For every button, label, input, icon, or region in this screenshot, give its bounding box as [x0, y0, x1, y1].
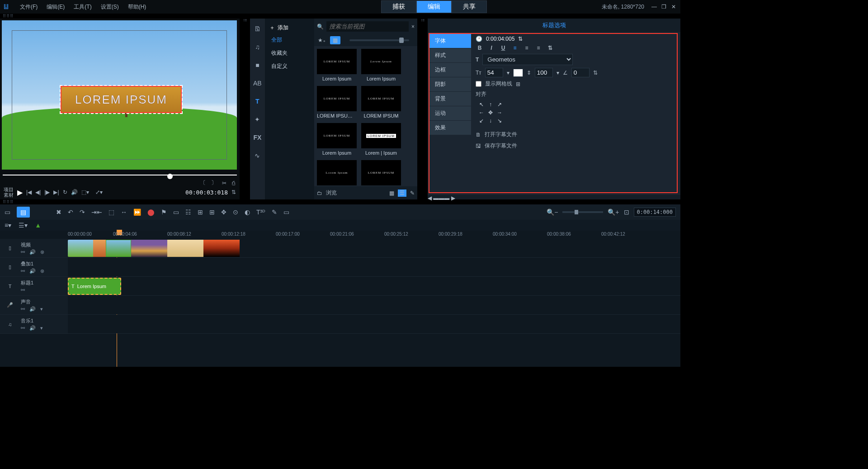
speed-icon[interactable]: ⏩: [133, 208, 141, 216]
align-mr[interactable]: →: [495, 109, 504, 116]
h-scrollbar[interactable]: ◀ ▬▬▬ ▶: [428, 195, 680, 199]
tab-motion[interactable]: 运动: [429, 106, 471, 121]
multicam-icon[interactable]: ⊞: [198, 208, 203, 216]
go-end-icon[interactable]: ▶|: [53, 189, 59, 195]
storyboard-icon[interactable]: ▭: [5, 208, 10, 216]
mute-icon[interactable]: 🔊: [29, 249, 36, 255]
menu-file[interactable]: 文件(F): [15, 3, 42, 11]
title-preset[interactable]: LOREM IPSUMLorem Ipsum: [317, 49, 357, 83]
maximize-icon[interactable]: ❐: [661, 4, 668, 10]
tools-icon[interactable]: ✖: [56, 208, 61, 216]
link-icon[interactable]: ⚯: [21, 287, 25, 293]
zoom-in-icon[interactable]: 🔍+: [608, 208, 619, 216]
fx-icon[interactable]: FX: [252, 133, 262, 142]
go-start-icon[interactable]: |◀: [26, 189, 32, 195]
screen-rec-icon[interactable]: ▭: [283, 208, 289, 216]
title-preset[interactable]: LOREM IPSUMLOREM IPSUM: [361, 86, 401, 120]
zoom-slider[interactable]: [562, 211, 603, 213]
audio-icon[interactable]: ♫: [252, 42, 262, 52]
nav-favorites[interactable]: 收藏夹: [265, 47, 314, 60]
title-preset[interactable]: Lorem IpsumLorem Ipsum: [361, 49, 401, 83]
transition-icon[interactable]: ■: [252, 60, 262, 70]
tab-border[interactable]: 边框: [429, 63, 471, 77]
tab-font[interactable]: 字体: [429, 34, 471, 48]
duration-field[interactable]: 0:00:04:005: [486, 36, 514, 42]
undo-icon[interactable]: ↶: [68, 208, 73, 216]
clear-search-icon[interactable]: ×: [411, 24, 415, 30]
line-spacing-input[interactable]: [535, 68, 553, 77]
align-mc[interactable]: ✥: [486, 109, 495, 116]
tab-effects[interactable]: 效果: [429, 121, 471, 135]
title-bounding-box[interactable]: LOREM IPSUM: [61, 86, 182, 113]
chapter-icon[interactable]: ▭: [173, 208, 179, 216]
title-clip[interactable]: T Lorem Ipsum: [68, 278, 121, 295]
expand-icon[interactable]: ▲: [35, 222, 41, 229]
view-small-icon[interactable]: ▦: [389, 190, 394, 196]
preview-timecode[interactable]: 00:00:03:018: [185, 189, 228, 196]
panel-grip[interactable]: ⠿⠿⠿: [0, 14, 680, 19]
play-button[interactable]: ▶: [17, 188, 23, 197]
align-br[interactable]: ↘: [495, 117, 504, 124]
align-bl[interactable]: ↙: [477, 117, 486, 124]
lock-icon[interactable]: ⊗: [40, 268, 44, 274]
thumb-size-slider[interactable]: [349, 39, 409, 41]
align-right-icon[interactable]: ≡: [534, 45, 542, 51]
title-preset[interactable]: LOREM IPSUMLorem Ipsum: [317, 123, 357, 157]
3d-title-icon[interactable]: T³ᴰ: [256, 208, 265, 216]
trim-icon[interactable]: ⇥⇤: [91, 208, 102, 216]
dropdown-icon[interactable]: ▾: [557, 70, 559, 76]
grid-view-icon[interactable]: ▦: [330, 36, 340, 44]
path-icon[interactable]: ∿: [252, 151, 262, 161]
explorer-icon[interactable]: 🗀: [317, 190, 322, 196]
snapshot-icon[interactable]: ⎙: [232, 180, 235, 186]
motion-track-icon[interactable]: ⊙: [233, 208, 238, 216]
redo-icon[interactable]: ↷: [80, 208, 85, 216]
overlay-icon[interactable]: ✦: [252, 114, 262, 124]
font-color-swatch[interactable]: [513, 69, 523, 77]
tab-style[interactable]: 样式: [429, 48, 471, 63]
mark-out-icon[interactable]: 〕: [211, 179, 217, 187]
tab-shadow[interactable]: 阴影: [429, 77, 471, 92]
browse-button[interactable]: 浏览: [326, 189, 337, 197]
search-input[interactable]: [326, 21, 409, 32]
video-clip[interactable]: [68, 240, 244, 257]
dropdown-icon[interactable]: ▾: [507, 70, 509, 76]
underline-button[interactable]: U: [499, 45, 507, 51]
paint-icon[interactable]: ✎: [272, 208, 277, 216]
link-icon[interactable]: ⚯: [21, 268, 25, 274]
title-preset[interactable]: LOREM IPSUMLOREM IPSUM ...: [317, 86, 357, 120]
font-select[interactable]: Geometos: [482, 54, 573, 65]
align-bc[interactable]: ↓: [486, 117, 495, 124]
italic-button[interactable]: I: [487, 45, 495, 51]
track-options-icon[interactable]: ☰▾: [19, 222, 28, 229]
split-icon[interactable]: ✂: [222, 180, 226, 186]
font-size-input[interactable]: [485, 68, 503, 77]
mark-in-icon[interactable]: 〔: [200, 179, 206, 187]
crop-icon[interactable]: ⬚: [108, 208, 114, 216]
tab-share[interactable]: 共享: [452, 0, 487, 13]
mask-icon[interactable]: ◐: [245, 208, 250, 216]
expand-icon[interactable]: ▾: [40, 325, 43, 331]
tc-spinner-icon[interactable]: ⇅: [231, 189, 236, 195]
close-icon[interactable]: ✕: [671, 4, 678, 10]
menu-tools[interactable]: 工具(T): [69, 3, 96, 11]
expand-icon[interactable]: ▾: [40, 306, 43, 312]
subtitle-icon[interactable]: ☷: [185, 208, 191, 216]
source-project-toggle[interactable]: 项目 素材: [4, 187, 14, 198]
marker-icon[interactable]: ⚑: [161, 208, 167, 216]
link-icon[interactable]: ⚯: [21, 325, 25, 331]
table-icon[interactable]: ⊞: [209, 208, 215, 216]
menu-edit[interactable]: 编辑(E): [42, 3, 69, 11]
next-frame-icon[interactable]: |▶: [44, 189, 50, 195]
mute-icon[interactable]: 🔊: [29, 268, 36, 274]
record-icon[interactable]: ⬤: [147, 208, 155, 216]
minimize-icon[interactable]: —: [651, 4, 658, 10]
timeline-view-icon[interactable]: ▤: [17, 207, 30, 218]
align-left-icon[interactable]: ≡: [511, 45, 519, 51]
edit-icon[interactable]: ✎: [410, 190, 415, 196]
spinner-icon[interactable]: ⇅: [518, 36, 523, 42]
graphic-icon[interactable]: AB: [252, 78, 262, 88]
vertical-text-icon[interactable]: ⇅: [546, 45, 554, 51]
resize-icon[interactable]: ⬚▾: [81, 189, 89, 195]
menu-settings[interactable]: 设置(S): [96, 3, 123, 11]
